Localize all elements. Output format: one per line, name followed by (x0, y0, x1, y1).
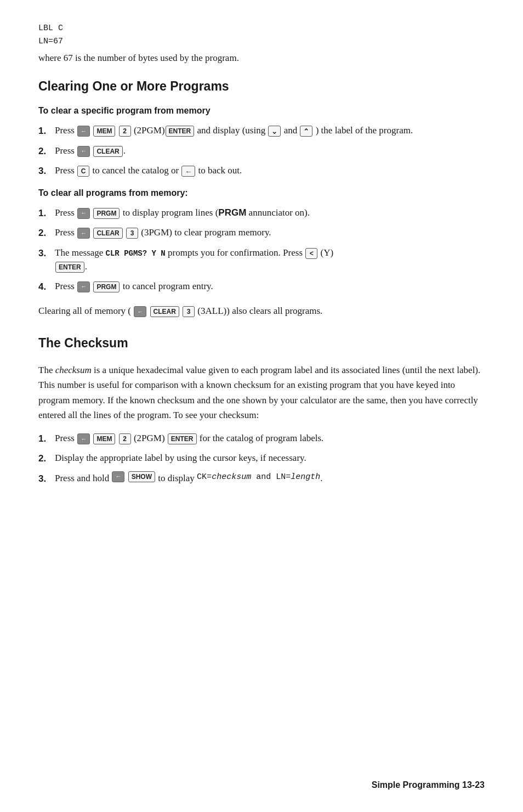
intro-block: LBL C LN=67 where 67 is the number of by… (38, 22, 485, 64)
clear-key: CLEAR (150, 306, 179, 317)
clear-key: CLEAR (93, 228, 122, 239)
clear-all-steps: 1. Press ← PRGM to display program lines… (38, 206, 485, 294)
step-content: Press ← CLEAR 3 (3PGM) to clear program … (55, 225, 485, 240)
step-num: 3. (38, 246, 55, 261)
prgm-key: PRGM (93, 208, 120, 219)
checksum-steps: 1. Press ← MEM 2 (2PGM) ENTER for the ca… (38, 431, 485, 486)
press-hold-text: Press and hold (55, 471, 111, 486)
clear-key: CLEAR (93, 146, 122, 157)
step-num: 1. (38, 206, 55, 221)
clear-all-step3: 3. The message CLR PGMS? Y N prompts you… (38, 246, 485, 274)
enter-key: ENTER (166, 126, 195, 137)
step-num: 2. (38, 225, 55, 240)
clear-specific-step2: 2. Press ← CLEAR. (38, 144, 485, 159)
clear-all-step1: 1. Press ← PRGM to display program lines… (38, 206, 485, 221)
step-num: 1. (38, 123, 55, 138)
intro-line2: LN=67 (38, 35, 485, 48)
section-clearing: Clearing One or More Programs To clear a… (38, 79, 485, 318)
clr-pgms-msg: CLR PGMS? Y N (106, 249, 166, 258)
shift-key: ← (77, 228, 90, 239)
step-content: The message CLR PGMS? Y N prompts you fo… (55, 246, 485, 274)
checksum-step1: 1. Press ← MEM 2 (2PGM) ENTER for the ca… (38, 431, 485, 446)
shift-key: ← (77, 208, 90, 219)
checksum-para: The checksum is a unique hexadecimal val… (38, 363, 485, 422)
shift-key: ← (77, 146, 90, 157)
c-key: C (77, 166, 89, 177)
subsection-clear-all: To clear all programs from memory: 1. Pr… (38, 188, 485, 294)
clear-all-step2: 2. Press ← CLEAR 3 (3PGM) to clear progr… (38, 225, 485, 240)
checksum-italic: checksum (55, 365, 92, 375)
show-key: SHOW (128, 471, 155, 482)
shift-key: ← (134, 306, 146, 317)
prgm-key: PRGM (93, 281, 120, 292)
two-key: 2 (119, 126, 131, 137)
step-num: 3. (38, 163, 55, 178)
clear-specific-steps: 1. Press ← MEM 2 (2PGM)ENTER and display… (38, 123, 485, 178)
step-content: Press ← CLEAR. (55, 144, 485, 158)
step-content: Press ← PRGM to cancel program entry. (55, 279, 485, 294)
mem-key: MEM (93, 433, 115, 444)
back-key: ← (181, 166, 195, 177)
shift-key: ← (112, 471, 124, 482)
checksum-steps-list: 1. Press ← MEM 2 (2PGM) ENTER for the ca… (38, 431, 485, 486)
checksum-step2: 2. Display the appropriate label by usin… (38, 451, 485, 466)
clear-all-step4: 4. Press ← PRGM to cancel program entry. (38, 279, 485, 294)
three-key: 3 (126, 228, 138, 239)
mem-key: MEM (93, 126, 115, 137)
section-clearing-title: Clearing One or More Programs (38, 79, 485, 94)
section-checksum: The Checksum The checksum is a unique he… (38, 336, 485, 486)
subsection-clear-all-title: To clear all programs from memory: (38, 188, 485, 198)
y-key: < (305, 248, 317, 259)
clear-specific-step3: 3. Press C to cancel the catalog or ← to… (38, 163, 485, 178)
subsection-clear-specific-title: To clear a specific program from memory (38, 106, 485, 116)
shift-key: ← (77, 281, 90, 292)
step-num: 4. (38, 279, 55, 294)
two-key: 2 (119, 433, 131, 444)
down-key: ⌄ (268, 126, 281, 137)
shift-key: ← (77, 126, 90, 137)
step-num: 1. (38, 431, 55, 446)
checksum-step3: 3. Press and hold ← SHOW to display CK=c… (38, 471, 485, 486)
enter-key: ENTER (168, 433, 197, 444)
enter-key: ENTER (55, 262, 84, 273)
intro-where: where 67 is the number of bytes used by … (38, 53, 485, 64)
page-footer: Simple Programming 13-23 (372, 780, 485, 790)
clearing-all-para: Clearing all of memory ( ← CLEAR 3 (3ALL… (38, 303, 485, 318)
step-content: Display the appropriate label by using t… (55, 451, 485, 465)
step-content: Press ← MEM 2 (2PGM)ENTER and display (u… (55, 123, 485, 138)
step-content: Press C to cancel the catalog or ← to ba… (55, 163, 485, 178)
subsection-clear-specific: To clear a specific program from memory … (38, 106, 485, 178)
three-key: 3 (183, 306, 195, 317)
step-content: Press ← MEM 2 (2PGM) ENTER for the catal… (55, 431, 485, 446)
clear-specific-step1: 1. Press ← MEM 2 (2PGM)ENTER and display… (38, 123, 485, 138)
step-content: Press ← PRGM to display program lines (P… (55, 206, 485, 220)
intro-line1: LBL C (38, 22, 485, 35)
up-key: ⌃ (300, 126, 312, 137)
step-num: 2. (38, 451, 55, 466)
step-content: Press and hold ← SHOW to display CK=chec… (55, 471, 485, 486)
step-num: 3. (38, 471, 55, 486)
section-checksum-title: The Checksum (38, 336, 485, 351)
shift-key: ← (77, 433, 90, 444)
prgm-bold: PRGM (218, 207, 246, 218)
step-num: 2. (38, 144, 55, 159)
ck-display: CK=checksum and LN=length (197, 471, 320, 484)
